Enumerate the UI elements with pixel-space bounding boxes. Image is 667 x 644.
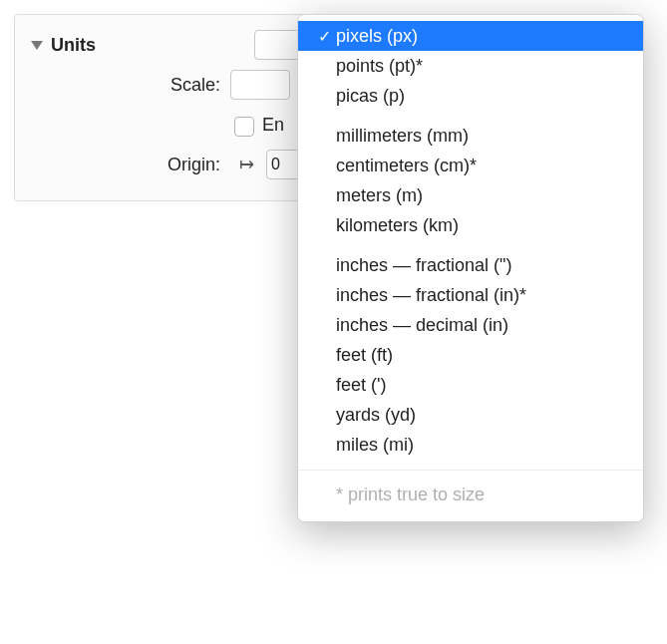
units-option[interactable]: points (pt)* bbox=[298, 51, 643, 81]
units-option[interactable]: ✓pixels (px) bbox=[298, 21, 643, 51]
menu-separator bbox=[298, 111, 643, 121]
menu-separator bbox=[298, 240, 643, 250]
units-option[interactable]: inches — fractional (") bbox=[298, 250, 643, 280]
units-option[interactable]: centimeters (cm)* bbox=[298, 151, 643, 180]
units-option[interactable]: meters (m) bbox=[298, 180, 643, 210]
units-option-label: inches — fractional (in)* bbox=[336, 285, 526, 306]
units-option[interactable]: picas (p) bbox=[298, 81, 643, 111]
units-option-label: inches — fractional (") bbox=[336, 255, 511, 276]
units-option[interactable]: kilometers (km) bbox=[298, 210, 643, 240]
units-option[interactable]: feet (') bbox=[298, 370, 643, 400]
ensure-label: En bbox=[262, 115, 284, 136]
scale-input[interactable] bbox=[230, 70, 290, 100]
units-option[interactable]: miles (mi) bbox=[298, 430, 643, 460]
units-section-header[interactable]: Units bbox=[31, 35, 106, 56]
units-option[interactable]: millimeters (mm) bbox=[298, 121, 643, 151]
units-dropdown-menu: ✓pixels (px)points (pt)*picas (p)millime… bbox=[297, 14, 644, 522]
units-option[interactable]: feet (ft) bbox=[298, 340, 643, 370]
units-option-label: picas (p) bbox=[336, 86, 405, 107]
units-option[interactable]: inches — decimal (in) bbox=[298, 310, 643, 340]
checkmark-icon: ✓ bbox=[312, 27, 336, 46]
units-option[interactable]: yards (yd) bbox=[298, 400, 643, 430]
ensure-checkbox[interactable] bbox=[234, 117, 254, 137]
disclosure-triangle-icon bbox=[31, 41, 43, 50]
units-option-label: meters (m) bbox=[336, 185, 423, 206]
units-section-title: Units bbox=[51, 35, 96, 56]
units-option-label: inches — decimal (in) bbox=[336, 315, 508, 336]
units-option[interactable]: inches — fractional (in)* bbox=[298, 280, 643, 310]
units-option-label: points (pt)* bbox=[336, 56, 423, 77]
origin-label: Origin: bbox=[167, 155, 220, 174]
scale-label: Scale: bbox=[170, 75, 220, 95]
units-option-label: kilometers (km) bbox=[336, 215, 459, 236]
origin-arrow-icon: ↦ bbox=[230, 154, 262, 175]
units-option-label: feet (ft) bbox=[336, 345, 393, 366]
units-option-label: pixels (px) bbox=[336, 26, 418, 47]
units-option-label: feet (') bbox=[336, 375, 386, 396]
units-option-label: miles (mi) bbox=[336, 435, 414, 456]
units-option-label: centimeters (cm)* bbox=[336, 156, 477, 176]
units-option-label: millimeters (mm) bbox=[336, 126, 469, 147]
menu-footer-note: * prints true to size bbox=[298, 470, 643, 509]
units-option-label: yards (yd) bbox=[336, 405, 416, 426]
